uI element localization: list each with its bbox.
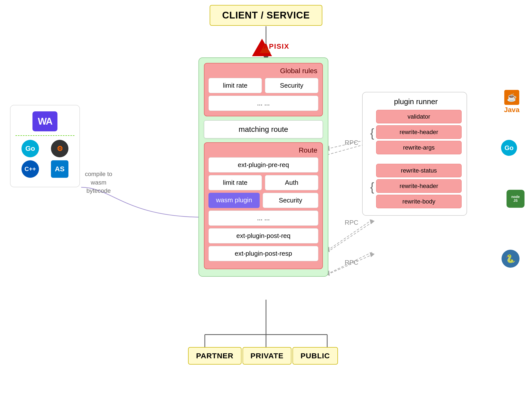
rpc-group-1-items: validator rewrite-header rewrite-args [376,110,462,156]
validator-plugin: validator [376,110,462,123]
go-icon-right-area: Go [501,140,517,156]
route-box: Route ext-plugin-pre-req limit rate Auth… [204,142,323,269]
python-icon-area: 🐍 [502,250,520,268]
plugin-runner-panel: plugin runner { validator rewrite-header… [362,92,467,216]
svg-text:RPC: RPC [345,139,358,146]
rewrite-header-2: rewrite-header [376,179,462,193]
partner-box: PARTNER [188,347,242,365]
svg-line-15 [327,255,372,275]
limit-rate-plugin-route: limit rate [209,175,262,190]
cpp-icon: C++ [21,160,39,178]
apisix-logo: APISIX [264,42,289,50]
security-plugin-route: Security [263,193,318,208]
java-icon: ☕ [504,90,519,105]
wasm-plugin: wasm plugin [209,193,260,208]
ext-post-resp-row: ext-plugin-post-resp [209,246,318,261]
as-icon: AS [51,160,68,178]
ext-post-req-row: ext-plugin-post-req [209,228,318,243]
svg-line-13 [327,222,372,252]
rpc-group-2: { rewrite-status rewrite-header rewrite-… [370,164,462,210]
public-box: PUBLIC [292,347,338,365]
left-panel: WA Go ⚙ C++ AS [10,105,80,187]
left-divider [15,135,74,136]
svg-marker-14 [370,219,375,224]
wasm-security-row: wasm plugin Security [209,193,318,208]
destination-boxes: PARTNER PRIVATE PUBLIC [188,347,338,365]
go-icon-left: Go [21,140,39,157]
global-rules-box: Global rules limit rate Security ... ... [204,63,323,116]
rewrite-status: rewrite-status [376,164,462,177]
plugin-runner-title: plugin runner [370,97,462,106]
rust-icon: ⚙ [51,140,68,157]
rewrite-args: rewrite-args [376,141,462,154]
rewrite-body: rewrite-body [376,195,462,208]
python-icon: 🐍 [502,250,520,268]
go-right-icon: Go [501,140,517,156]
rpc-group-1: { validator rewrite-header rewrite-args [370,110,462,156]
java-label: Java [504,106,520,114]
matching-route-box: matching route [204,120,323,138]
nodejs-icon-area: nodeJS [507,190,525,209]
global-rules-title: Global rules [209,67,318,75]
java-icon-area: ☕ Java [504,90,520,114]
security-plugin-global: Security [265,78,318,93]
svg-text:RPC: RPC [345,259,358,266]
go-rust-row: Go ⚙ [15,140,74,157]
global-rules-plugins-row: limit rate Security [209,78,318,93]
dots-row: ... ... [209,210,318,226]
wa-badge: WA [32,111,57,131]
svg-marker-16 [370,252,375,257]
svg-line-19 [328,220,372,250]
limit-auth-row: limit rate Auth [209,175,318,190]
ext-pre-req-row: ext-plugin-pre-req [209,157,318,173]
compile-label: compile towasmbytecode [85,170,112,195]
cpp-as-row: C++ AS [15,160,74,178]
ext-plugin-pre-req: ext-plugin-pre-req [209,157,318,173]
nodejs-icon: nodeJS [507,190,525,208]
auth-plugin: Auth [265,175,318,190]
brace-1: { [370,127,374,139]
svg-line-21 [328,252,372,273]
rewrite-header-1: rewrite-header [376,125,462,139]
route-ellipsis: ... ... [209,210,318,226]
private-box: PRIVATE [243,347,292,365]
client-service-box: CLIENT / SERVICE [210,5,322,26]
main-green-container: Global rules limit rate Security ... ...… [199,57,328,277]
route-title: Route [209,146,318,154]
limit-rate-plugin-global: limit rate [209,78,262,93]
ext-plugin-post-req: ext-plugin-post-req [209,228,318,243]
brace-2: { [370,181,374,193]
global-rules-ellipsis: ... ... [209,96,318,111]
svg-text:RPC: RPC [345,219,358,226]
ext-plugin-post-resp: ext-plugin-post-resp [209,246,318,261]
rpc-group-2-items: rewrite-status rewrite-header rewrite-bo… [376,164,462,210]
